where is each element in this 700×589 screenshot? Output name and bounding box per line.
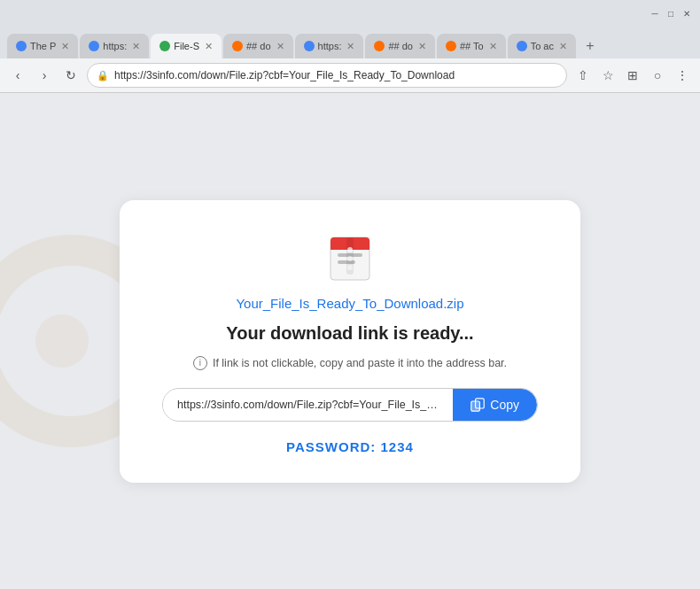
tab-4[interactable]: ## do ✕ (223, 34, 293, 58)
tab-1-label: The P (30, 41, 56, 51)
tab-2-close[interactable]: ✕ (132, 41, 140, 52)
maximize-button[interactable]: □ (665, 7, 677, 19)
tab-3-close[interactable]: ✕ (205, 41, 213, 52)
tab-4-favicon (232, 41, 243, 51)
tab-5-favicon (304, 41, 315, 51)
tab-8-label: To ac (531, 41, 554, 51)
tab-1[interactable]: The P ✕ (7, 34, 78, 58)
tab-bar: The P ✕ https: ✕ File-S ✕ ## do ✕ https:… (0, 27, 700, 58)
tab-1-favicon (16, 41, 27, 51)
info-icon: i (193, 356, 207, 370)
url-box: https://3sinfo.com/down/File.zip?cbf=You… (162, 388, 538, 422)
hint-row: i If link is not clickable, copy and pas… (193, 356, 507, 370)
tab-4-label: ## do (246, 41, 271, 51)
forward-button[interactable]: › (34, 65, 55, 86)
tab-5-label: https: (318, 41, 342, 51)
toolbar-right: ⇧ ☆ ⊞ ○ ⋮ (572, 65, 693, 86)
reload-button[interactable]: ↻ (60, 65, 82, 86)
tab-6-favicon (374, 41, 385, 51)
ready-title: Your download link is ready... (226, 323, 473, 344)
file-name[interactable]: Your_File_Is_Ready_To_Download.zip (236, 296, 463, 311)
tab-3[interactable]: File-S ✕ (151, 34, 222, 58)
grid-button[interactable]: ⊞ (622, 65, 643, 86)
url-text[interactable]: https://3sinfo.com/down/File.zip?cbf=You… (163, 390, 453, 420)
file-icon (323, 232, 377, 285)
page-content: PCrisk.com Your_File_Is_Ready_To_Downloa… (0, 93, 700, 589)
tab-5[interactable]: https: ✕ (295, 34, 364, 58)
title-bar: ─ □ ✕ (0, 0, 700, 27)
watermark-lens (35, 314, 89, 368)
tab-6[interactable]: ## do ✕ (365, 34, 435, 58)
password-text: PASSWORD: 1234 (286, 439, 414, 454)
lock-icon: 🔒 (97, 70, 109, 81)
copy-button[interactable]: Copy (453, 389, 537, 421)
tab-8-close[interactable]: ✕ (559, 41, 567, 52)
hint-text: If link is not clickable, copy and paste… (213, 357, 507, 369)
tab-4-close[interactable]: ✕ (276, 41, 284, 52)
tab-5-close[interactable]: ✕ (346, 41, 354, 52)
share-button[interactable]: ⇧ (572, 65, 594, 86)
browser-frame: ─ □ ✕ The P ✕ https: ✕ File-S ✕ ## do ✕ (0, 0, 700, 93)
back-button[interactable]: ‹ (7, 65, 28, 86)
tab-8-favicon (517, 41, 527, 51)
tab-2-favicon (89, 41, 99, 51)
tab-2-label: https: (103, 41, 127, 51)
new-tab-button[interactable]: + (578, 34, 603, 58)
bookmark-button[interactable]: ☆ (597, 65, 618, 86)
copy-label: Copy (490, 398, 519, 412)
tab-7[interactable]: ## To ✕ (437, 34, 506, 58)
address-bar-row: ‹ › ↻ 🔒 https://3sinfo.com/down/File.zip… (0, 58, 700, 92)
window-controls: ─ □ ✕ (649, 7, 693, 19)
tab-7-label: ## To (460, 41, 484, 51)
tab-1-close[interactable]: ✕ (61, 41, 69, 52)
menu-button[interactable]: ⋮ (672, 65, 693, 86)
svg-point-7 (347, 256, 353, 261)
address-input[interactable]: 🔒 https://3sinfo.com/down/File.zip?cbf=Y… (87, 63, 567, 88)
tab-6-label: ## do (388, 41, 413, 51)
close-button[interactable]: ✕ (681, 7, 693, 19)
minimize-button[interactable]: ─ (649, 7, 661, 19)
copy-icon (471, 398, 485, 412)
svg-rect-10 (471, 401, 480, 411)
tab-3-label: File-S (174, 41, 199, 51)
tab-6-close[interactable]: ✕ (418, 41, 426, 52)
tab-2[interactable]: https: ✕ (80, 34, 149, 58)
tab-7-close[interactable]: ✕ (489, 41, 497, 52)
tab-8[interactable]: To ac ✕ (508, 34, 576, 58)
download-card: Your_File_Is_Ready_To_Download.zip Your … (120, 200, 580, 483)
tab-3-favicon (159, 41, 170, 51)
profile-button[interactable]: ○ (647, 65, 668, 86)
tab-7-favicon (446, 41, 456, 51)
svg-point-8 (347, 265, 353, 270)
address-text: https://3sinfo.com/down/File.zip?cbf=You… (114, 69, 455, 81)
svg-point-6 (347, 247, 353, 252)
